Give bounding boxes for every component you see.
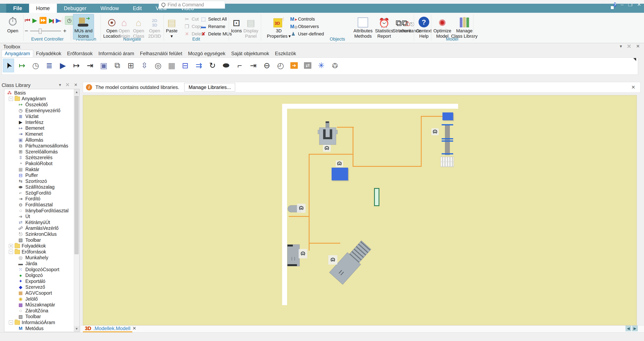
scrollbar-thumb[interactable] — [74, 96, 79, 254]
worker-icon[interactable] — [323, 145, 331, 152]
connector-path[interactable] — [421, 116, 443, 117]
close-icon[interactable]: ✕ — [631, 84, 638, 90]
pick-robot-icon[interactable]: ◎ — [152, 59, 164, 72]
prev-page-icon[interactable]: ◀ — [626, 326, 631, 331]
track-icon[interactable]: ➜ — [288, 59, 300, 72]
output-icon[interactable]: ⇥ — [84, 59, 96, 72]
machine-robot-station[interactable] — [319, 121, 336, 145]
toolbox-tab-saját-objektumok[interactable]: Saját objektumok — [228, 50, 272, 57]
tree-item-áramlásvezérlő[interactable]: ☍ÁramlásVezérlő — [6, 226, 79, 231]
controls-button[interactable]: M➤ Controls — [290, 16, 324, 23]
toolbox-tab-információ-áram[interactable]: Információ áram — [96, 50, 137, 57]
slider-plus[interactable]: + — [63, 27, 66, 34]
chevron-down-icon[interactable]: ▾ — [59, 82, 61, 87]
connector-icon[interactable]: ↦ — [16, 59, 28, 72]
ribbon-tab-window[interactable]: Window — [94, 4, 126, 13]
connector-path[interactable] — [309, 154, 354, 155]
tree-item-toolbar[interactable]: ▧Toolbar — [6, 314, 79, 320]
tree-item-dolgozócsoport[interactable]: ⁙DolgozóCsoport — [6, 267, 79, 273]
machine-vertical[interactable]: | | — [287, 244, 300, 266]
collapse-icon[interactable]: − — [9, 250, 13, 254]
icons-button[interactable]: ⊡ Icons — [230, 14, 244, 34]
worker-icon[interactable] — [297, 204, 306, 213]
toolbox-tab-mozgó-egységek[interactable]: Mozgó egységek — [185, 50, 228, 57]
tree-item-szállítószalag[interactable]: ⬬Szállítószalag — [6, 184, 79, 190]
tree-item-kimenet[interactable]: ⇥Kimenet — [6, 131, 79, 137]
mus-icons-button[interactable]: ▦➜ MUs andIcons — [73, 14, 94, 39]
scroll-down-icon[interactable]: ▼ — [74, 326, 79, 332]
parallel-station-icon[interactable]: ⧉ — [112, 59, 123, 72]
tree-item-fordító[interactable]: ⇥Fordító — [6, 196, 79, 202]
play-icon[interactable]: ▶ — [32, 17, 37, 23]
help-icon[interactable]: ? — [614, 2, 616, 7]
sorter-icon[interactable]: ⇉ — [193, 59, 204, 72]
sync-cycle-icon[interactable]: ⎊ — [329, 59, 340, 72]
collapse-icon[interactable]: − — [9, 321, 13, 325]
line-station[interactable] — [442, 124, 453, 156]
paste-button[interactable]: ▤ Paste▾ — [164, 14, 179, 39]
tree-item-jelölő[interactable]: ◉Jelölő — [6, 296, 79, 302]
tree-item-agvcsoport[interactable]: ▦AGVCsoport — [6, 290, 79, 296]
stopwatch-button[interactable]: ⏱ Open — [6, 14, 20, 34]
turnplate-icon[interactable]: ⊖ — [261, 59, 272, 72]
tree-item-párhuzamosállomás[interactable]: ⧉Párhuzamosállomás — [6, 143, 79, 149]
toolbox-tab-erőforrások[interactable]: Erőforrások — [64, 50, 96, 57]
manage-class-library-button[interactable]: ManageClass Library — [450, 14, 479, 39]
close-icon[interactable]: ✕ — [132, 326, 136, 331]
input-icon[interactable]: ↦ — [71, 59, 82, 72]
tree-item-erőforrások[interactable]: −Erőforrások — [6, 249, 79, 255]
collapse-icon[interactable]: − — [9, 97, 13, 101]
tree-item-bemenet[interactable]: ↦Bemenet — [6, 125, 79, 131]
worker-icon[interactable] — [431, 128, 439, 135]
tree-item-kétirányúút[interactable]: ⇄KétirányúÚt — [6, 220, 79, 226]
connector-path[interactable] — [309, 154, 310, 251]
close-icon[interactable]: ✕ — [636, 44, 640, 49]
tree-item-vázlat[interactable]: ≣Vázlat — [6, 113, 79, 119]
tree-item-metódus[interactable]: MMetódus — [6, 326, 79, 332]
flow-control-icon[interactable]: ✳ — [316, 59, 327, 72]
tree-item-szinkronciklus[interactable]: ⎋SzinkronCiklus — [6, 231, 79, 237]
worker-icon[interactable] — [298, 249, 307, 258]
toolbox-tab-folyadékok[interactable]: Folyadékok — [33, 50, 64, 57]
connector-path[interactable] — [352, 166, 421, 167]
next-page-icon[interactable]: ▶ — [632, 326, 638, 331]
rename-button[interactable]: ▬ Rename — [200, 23, 232, 30]
minimize-icon[interactable]: – — [621, 2, 624, 7]
tree-item-álllomás[interactable]: ▣Álllomás — [6, 137, 79, 143]
slider-thumb[interactable] — [39, 29, 42, 34]
tree-item-fordítóasztal[interactable]: ⊖Fordítóasztal — [6, 202, 79, 208]
turn-circle-icon[interactable]: ◴ — [275, 59, 286, 72]
class-library-scrollbar[interactable]: ▲ ▼ — [74, 89, 79, 332]
tree-item-szortírozó[interactable]: ⇆Szortírozó — [6, 178, 79, 184]
connector-path[interactable] — [352, 127, 354, 167]
tree-item-műszaknaptár[interactable]: ▩Műszaknaptár — [6, 302, 79, 308]
event-controller-icon[interactable]: ◷ — [30, 59, 41, 72]
find-command-box[interactable]: Find a Command — [159, 1, 225, 9]
buffer-blue[interactable] — [332, 168, 348, 180]
worker-icon[interactable] — [328, 255, 337, 265]
skip-to-start-icon[interactable]: ⏮ — [25, 17, 30, 23]
tree-item-eseményvezérlő[interactable]: ◷Eseményvezérlő — [6, 108, 79, 114]
scroll-up-icon[interactable]: ▲ — [74, 89, 79, 95]
manage-libraries-button[interactable]: Manage Libraries... — [184, 83, 235, 92]
disassembly-icon[interactable]: ⇳ — [139, 59, 150, 72]
slider-track[interactable] — [30, 31, 61, 31]
conveyor-icon[interactable]: ⬬ — [220, 59, 232, 72]
tree-item-munkahely[interactable]: ◎Munkahely — [6, 255, 79, 261]
tree-item-basis[interactable]: ⁂Basis — [6, 90, 79, 96]
tree-item-folyadékok[interactable]: +Folyadékok — [6, 243, 79, 249]
attributes-methods-button[interactable]: AttributesMethods — [352, 14, 374, 39]
sketch-icon[interactable]: ≣ — [44, 59, 55, 72]
tree-item-zároltzóna[interactable]: ◌ZároltZóna — [6, 308, 79, 314]
user-defined-button[interactable]: ♟ User-defined — [290, 30, 324, 37]
select-cursor-icon[interactable]: ➤ — [3, 59, 14, 72]
storage-grid[interactable] — [440, 157, 454, 167]
toolbox-tab-felhasználói-felület[interactable]: Felhasználói felület — [137, 50, 185, 57]
select-all-button[interactable]: ⬚ Select All — [200, 16, 232, 23]
tree-item-toolbar[interactable]: ▧Toolbar — [6, 237, 79, 243]
tree-item-szervező[interactable]: ◆Szervező — [6, 284, 79, 290]
collapse-ribbon-icon[interactable]: ⌃ — [600, 2, 605, 7]
expand-icon[interactable]: + — [9, 244, 13, 248]
ribbon-tab-file[interactable]: File — [6, 4, 29, 13]
close-icon[interactable]: ✕ — [637, 2, 641, 7]
